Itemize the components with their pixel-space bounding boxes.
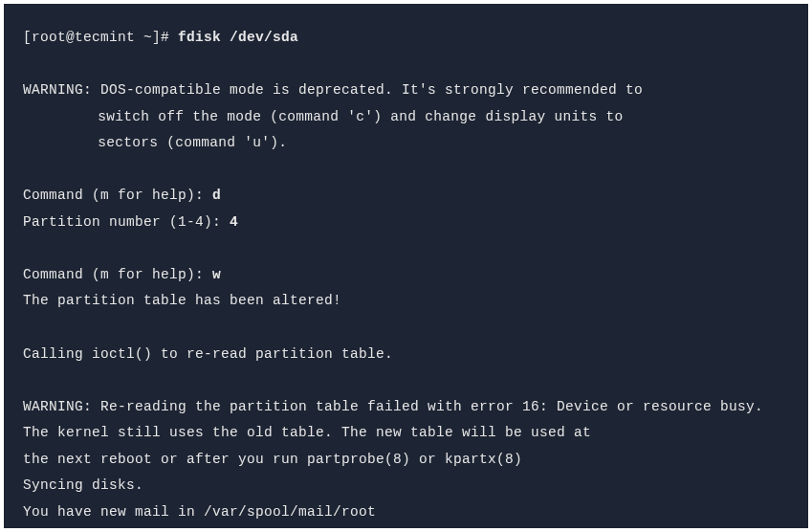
command-text: fdisk /dev/sda (178, 30, 298, 45)
partition-input: 4 (230, 214, 238, 230)
warning-line-3: sectors (command 'u'). (23, 130, 789, 157)
shell-prompt: [root@tecmint ~]# (23, 30, 178, 45)
command-prompt-1: Command (m for help): (23, 188, 212, 203)
blank-line (23, 52, 789, 78)
partition-prompt-line: Partition number (1-4): 4 (23, 210, 789, 236)
command-prompt-2: Command (m for help): (23, 267, 212, 282)
blank-line (23, 235, 789, 262)
command-prompt-line-1: Command (m for help): d (23, 183, 789, 210)
command-prompt-line-2: Command (m for help): w (23, 262, 789, 289)
partition-prompt: Partition number (1-4): (23, 214, 230, 230)
blank-line (23, 367, 789, 394)
blank-line (23, 315, 789, 342)
warning-line-2: switch off the mode (command 'c') and ch… (23, 104, 789, 131)
mail-message: You have new mail in /var/spool/mail/roo… (23, 499, 789, 526)
ioctl-message: Calling ioctl() to re-read partition tab… (23, 342, 789, 368)
blank-line (23, 157, 789, 184)
warning2-line-3: the next reboot or after you run partpro… (23, 447, 789, 474)
prompt-line: [root@tecmint ~]# fdisk /dev/sda (23, 25, 789, 52)
terminal-window[interactable]: [root@tecmint ~]# fdisk /dev/sda WARNING… (4, 4, 808, 528)
syncing-message: Syncing disks. (23, 473, 789, 499)
warning2-line-1: WARNING: Re-reading the partition table … (23, 394, 789, 421)
warning2-line-2: The kernel still uses the old table. The… (23, 420, 789, 447)
altered-message: The partition table has been altered! (23, 288, 789, 315)
warning-line-1: WARNING: DOS-compatible mode is deprecat… (23, 78, 789, 104)
command-input-1: d (212, 188, 221, 203)
command-input-2: w (212, 267, 221, 282)
